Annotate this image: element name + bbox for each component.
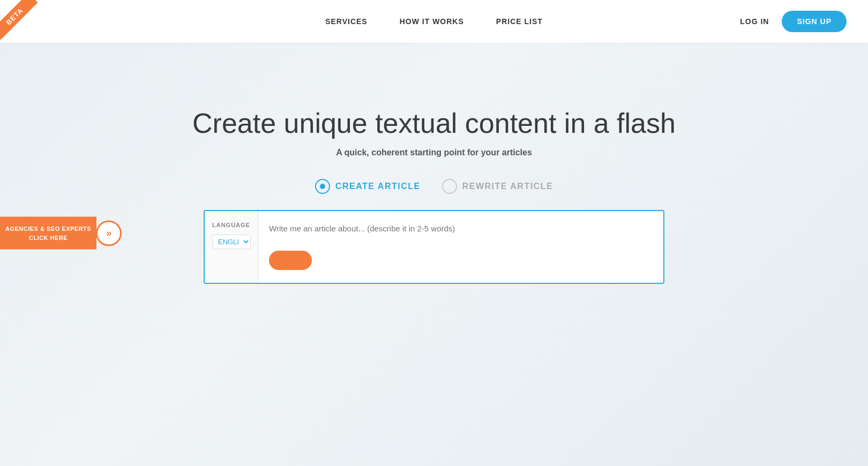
language-panel: LANGUAGE ENGLISH	[205, 211, 258, 283]
language-select[interactable]: ENGLISH	[212, 235, 251, 249]
login-link[interactable]: LOG IN	[740, 17, 769, 26]
rewrite-article-radio[interactable]	[442, 179, 457, 194]
hero-title: Create unique textual content in a flash	[192, 107, 676, 139]
beta-label: BETA	[0, 0, 38, 40]
banner-line2: CLICK HERE	[29, 234, 68, 240]
signup-button[interactable]: SIGN UP	[782, 11, 847, 32]
create-article-option[interactable]: CREATE ARTICLE	[315, 179, 421, 194]
navigation: SERVICES HOW IT WORKS PRICE LIST LOG IN …	[0, 0, 868, 43]
submit-button[interactable]	[269, 251, 312, 270]
create-article-radio[interactable]	[315, 179, 330, 194]
nav-how-it-works[interactable]: HOW IT WORKS	[400, 17, 464, 26]
hero-subtitle: A quick, coherent starting point for you…	[336, 148, 532, 157]
language-label: LANGUAGE	[212, 222, 250, 228]
article-options: CREATE ARTICLE REWRITE ARTICLE	[315, 179, 553, 194]
banner-arrow-circle: »	[96, 220, 122, 246]
nav-price-list[interactable]: PRICE LIST	[496, 17, 543, 26]
hero-section: Create unique textual content in a flash…	[0, 43, 868, 284]
nav-right: LOG IN SIGN UP	[740, 11, 847, 32]
form-container: LANGUAGE ENGLISH	[204, 210, 664, 284]
nav-services[interactable]: SERVICES	[325, 17, 368, 26]
side-banner[interactable]: AGENCIES & SEO EXPERTS CLICK HERE »	[0, 217, 122, 250]
rewrite-article-label: REWRITE ARTICLE	[462, 182, 553, 191]
create-article-label: CREATE ARTICLE	[335, 182, 421, 191]
chevron-right-icon: »	[106, 228, 111, 239]
beta-ribbon: BETA	[0, 0, 43, 43]
banner-text: AGENCIES & SEO EXPERTS CLICK HERE	[0, 217, 96, 250]
nav-center: SERVICES HOW IT WORKS PRICE LIST	[325, 17, 543, 26]
input-panel	[258, 211, 663, 283]
article-input[interactable]	[269, 224, 653, 242]
rewrite-article-option[interactable]: REWRITE ARTICLE	[442, 179, 553, 194]
banner-line1: AGENCIES & SEO EXPERTS	[5, 226, 91, 232]
